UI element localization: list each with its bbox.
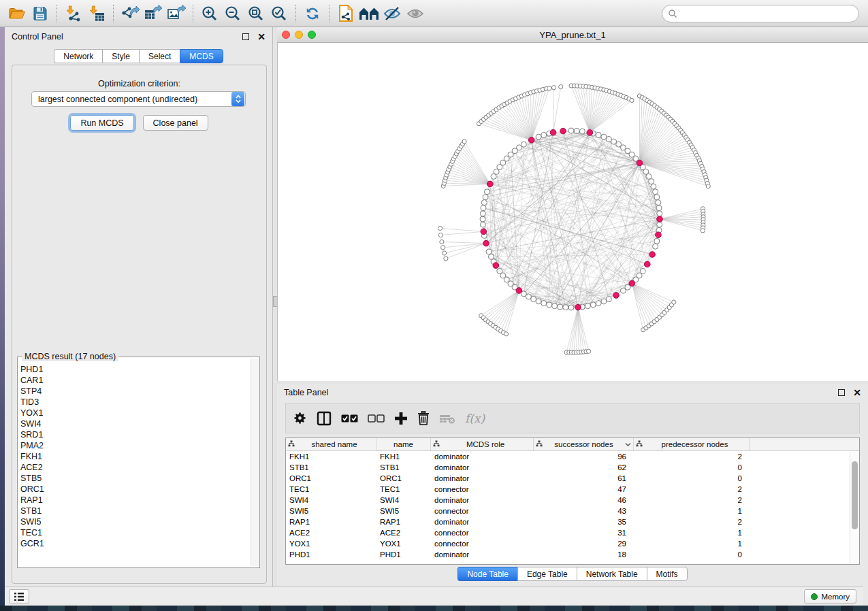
refresh-view-button[interactable]: [301, 3, 324, 24]
table-row[interactable]: SWI5SWI5connector431: [286, 506, 859, 516]
table-cell[interactable]: FKH1: [376, 451, 431, 462]
close-table-panel-icon[interactable]: ✕: [853, 389, 861, 396]
table-cell[interactable]: STB1: [376, 462, 431, 473]
table-row[interactable]: ORC1ORC1dominator610: [286, 473, 859, 484]
table-cell[interactable]: TEC1: [376, 484, 431, 495]
table-cell[interactable]: ACE2: [376, 527, 431, 538]
mcds-result-item[interactable]: ACE2: [20, 462, 250, 473]
table-cell[interactable]: STB1: [286, 462, 376, 473]
table-row[interactable]: ACE2ACE2connector311: [286, 527, 859, 538]
table-cell[interactable]: 18: [534, 549, 634, 560]
table-cell[interactable]: PHD1: [286, 549, 376, 560]
table-row[interactable]: TEC1TEC1connector472: [286, 484, 859, 495]
table-cell[interactable]: connector: [431, 484, 534, 495]
table-cell[interactable]: ORC1: [376, 473, 431, 484]
task-history-button[interactable]: [9, 589, 29, 604]
zoom-in-button[interactable]: [198, 3, 221, 24]
search-field[interactable]: [662, 5, 859, 22]
mcds-result-item[interactable]: TID3: [20, 397, 250, 408]
table-cell[interactable]: ORC1: [286, 473, 376, 484]
import-table-button[interactable]: [85, 3, 108, 24]
select-all-columns-button[interactable]: [341, 414, 358, 423]
hide-selected-button[interactable]: [381, 3, 404, 24]
node-table[interactable]: shared namenameMCDS rolesuccessor nodesp…: [285, 437, 860, 565]
table-cell[interactable]: dominator: [431, 462, 534, 473]
table-cell[interactable]: dominator: [431, 495, 534, 506]
table-row[interactable]: YOX1YOX1connector291: [286, 538, 859, 549]
table-cell[interactable]: 29: [534, 538, 634, 549]
mcds-result-item[interactable]: GCR1: [20, 538, 250, 549]
float-table-panel-icon[interactable]: [838, 389, 845, 396]
network-window-titlebar[interactable]: YPA_prune.txt_1: [277, 27, 868, 43]
mcds-result-item[interactable]: RAP1: [20, 495, 250, 506]
first-neighbors-button[interactable]: [357, 3, 381, 24]
table-cell[interactable]: SWI4: [376, 495, 431, 506]
table-cell[interactable]: FKH1: [286, 451, 376, 462]
table-cell[interactable]: 2: [634, 451, 750, 462]
table-cell[interactable]: 1: [634, 506, 750, 516]
table-row[interactable]: FKH1FKH1dominator962: [286, 451, 859, 462]
show-all-button[interactable]: [404, 3, 427, 24]
import-network-button[interactable]: [62, 3, 85, 24]
table-cell[interactable]: 0: [634, 549, 750, 560]
delete-columns-button[interactable]: [417, 411, 430, 425]
deselect-all-columns-button[interactable]: [368, 414, 385, 423]
table-cell[interactable]: RAP1: [286, 516, 376, 527]
network-graph[interactable]: [278, 43, 867, 381]
table-cell[interactable]: 2: [634, 495, 750, 506]
mcds-result-item[interactable]: YOX1: [20, 408, 250, 418]
table-cell[interactable]: SWI4: [286, 495, 376, 506]
tab-node-table[interactable]: Node Table: [457, 567, 517, 581]
table-cell[interactable]: 35: [534, 516, 634, 527]
search-input[interactable]: [677, 8, 853, 19]
mcds-result-item[interactable]: SRD1: [20, 429, 250, 440]
table-cell[interactable]: 0: [634, 462, 750, 473]
table-cell[interactable]: dominator: [431, 549, 534, 560]
table-cell[interactable]: 62: [534, 462, 634, 473]
table-settings-button[interactable]: [293, 411, 307, 425]
sort-chevron-icon[interactable]: [625, 442, 631, 446]
export-image-button[interactable]: [165, 3, 188, 24]
vertical-splitter[interactable]: [272, 27, 277, 587]
new-network-from-selection-button[interactable]: [334, 3, 357, 24]
table-cell[interactable]: connector: [431, 506, 534, 516]
column-header-MCDS-role[interactable]: MCDS role: [431, 438, 534, 450]
criterion-select[interactable]: largest connected component (undirected): [31, 91, 246, 107]
table-cell[interactable]: YOX1: [376, 538, 431, 549]
mcds-result-item[interactable]: PMA2: [20, 440, 250, 451]
open-session-button[interactable]: [5, 3, 29, 24]
export-network-button[interactable]: [118, 3, 142, 24]
mcds-list-scrollbar[interactable]: [251, 359, 259, 566]
table-cell[interactable]: ACE2: [286, 527, 376, 538]
table-cell[interactable]: 31: [534, 527, 634, 538]
mcds-result-item[interactable]: ORC1: [20, 484, 250, 495]
table-cell[interactable]: connector: [431, 538, 534, 549]
mcds-result-item[interactable]: TEC1: [20, 527, 250, 538]
table-cell[interactable]: TEC1: [286, 484, 376, 495]
tab-mcds[interactable]: MCDS: [180, 49, 223, 63]
table-cell[interactable]: 43: [534, 506, 634, 516]
table-cell[interactable]: 1: [634, 527, 750, 538]
table-cell[interactable]: 47: [534, 484, 634, 495]
network-canvas[interactable]: [277, 43, 868, 381]
table-cell[interactable]: connector: [431, 527, 534, 538]
table-row[interactable]: PHD1PHD1dominator180: [286, 549, 859, 560]
table-scrollbar-thumb[interactable]: [852, 461, 858, 529]
tab-edge-table[interactable]: Edge Table: [517, 567, 577, 581]
table-cell[interactable]: 1: [634, 538, 750, 549]
table-cell[interactable]: 2: [634, 484, 750, 495]
table-cell[interactable]: dominator: [431, 451, 534, 462]
zoom-selected-button[interactable]: [268, 3, 291, 24]
table-row[interactable]: SWI4SWI4dominator462: [286, 495, 859, 506]
mcds-result-item[interactable]: FKH1: [20, 451, 250, 462]
table-cell[interactable]: 46: [534, 495, 634, 506]
close-panel-icon[interactable]: ✕: [257, 33, 266, 40]
table-cell[interactable]: 96: [534, 451, 634, 462]
mcds-result-item[interactable]: PHD1: [20, 364, 250, 375]
close-panel-button[interactable]: Close panel: [143, 115, 208, 131]
table-cell[interactable]: dominator: [431, 473, 534, 484]
tab-style[interactable]: Style: [102, 49, 139, 63]
mcds-result-item[interactable]: SWI4: [20, 418, 250, 429]
table-cell[interactable]: PHD1: [376, 549, 431, 560]
create-column-button[interactable]: [394, 412, 408, 425]
